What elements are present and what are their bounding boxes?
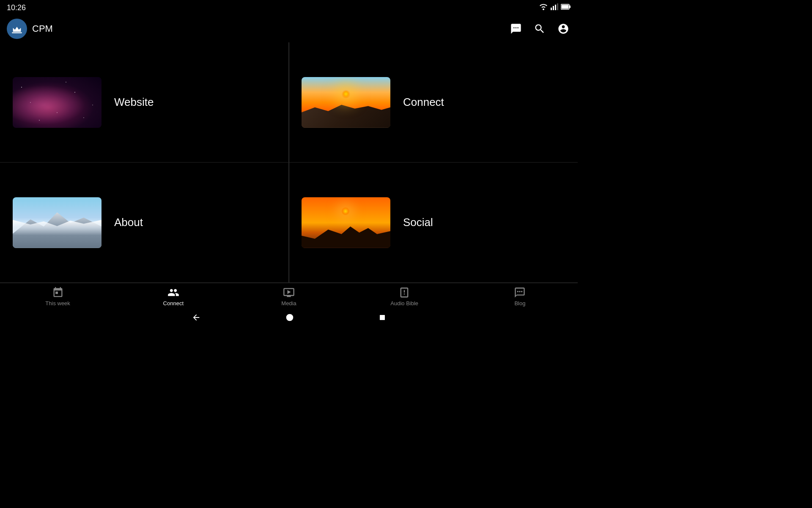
status-bar: 10:26	[0, 0, 578, 15]
about-label: About	[114, 216, 143, 229]
nav-blog-label: Blog	[514, 300, 525, 306]
nav-audio-bible-label: Audio Bible	[390, 300, 418, 306]
svg-rect-3	[555, 5, 556, 10]
social-menu-item[interactable]: Social	[289, 163, 578, 283]
nav-media-label: Media	[281, 300, 296, 306]
signal-icon	[551, 3, 558, 12]
nav-media[interactable]: Media	[231, 283, 346, 310]
website-thumbnail	[13, 77, 102, 128]
home-button[interactable]	[285, 313, 294, 322]
svg-rect-12	[380, 315, 385, 320]
svg-rect-1	[551, 8, 552, 10]
app-bar-actions	[508, 21, 571, 36]
search-button[interactable]	[532, 21, 547, 36]
nav-connect-label: Connect	[163, 300, 184, 306]
website-label: Website	[114, 96, 154, 109]
social-label: Social	[403, 216, 433, 229]
svg-point-0	[543, 8, 544, 10]
connect-label: Connect	[403, 96, 444, 109]
media-icon	[283, 287, 295, 298]
svg-rect-2	[553, 6, 554, 10]
about-menu-item[interactable]: About	[0, 163, 289, 283]
profile-icon	[557, 23, 569, 35]
vertical-divider	[289, 42, 289, 283]
status-icons	[539, 3, 571, 12]
battery-icon	[561, 4, 571, 11]
connect-menu-item[interactable]: Connect	[289, 42, 578, 163]
nav-this-week[interactable]: This week	[0, 283, 115, 310]
svg-point-8	[519, 291, 521, 293]
nav-blog[interactable]: Blog	[462, 283, 578, 310]
bottom-nav: This week Connect Media Audio Bible Blog	[0, 283, 578, 310]
app-title: CPM	[32, 23, 508, 34]
app-bar: CPM	[0, 15, 578, 42]
chat-button[interactable]	[508, 21, 524, 36]
svg-rect-4	[557, 3, 558, 10]
system-nav-bar	[0, 310, 578, 325]
audio-bible-icon	[398, 287, 410, 298]
nav-audio-bible[interactable]: Audio Bible	[347, 283, 462, 310]
back-button[interactable]	[192, 313, 201, 322]
status-time: 10:26	[7, 3, 26, 12]
calendar-icon	[52, 287, 64, 298]
social-thumbnail	[302, 197, 390, 248]
connect-thumbnail	[302, 77, 390, 128]
svg-rect-7	[562, 5, 569, 9]
about-thumbnail	[13, 197, 102, 248]
nav-this-week-label: This week	[45, 300, 70, 306]
crown-icon	[11, 23, 23, 35]
connect-nav-icon	[167, 287, 179, 298]
wifi-icon	[539, 3, 548, 12]
blog-icon	[514, 287, 526, 298]
nav-connect[interactable]: Connect	[115, 283, 231, 310]
app-logo[interactable]	[7, 19, 27, 39]
chat-icon	[510, 23, 522, 35]
website-menu-item[interactable]: Website	[0, 42, 289, 163]
svg-rect-6	[569, 6, 571, 8]
svg-point-9	[517, 291, 519, 293]
recents-button[interactable]	[379, 314, 386, 321]
svg-point-11	[286, 314, 294, 321]
search-icon	[534, 23, 546, 35]
profile-button[interactable]	[556, 21, 571, 36]
svg-point-10	[521, 291, 523, 293]
